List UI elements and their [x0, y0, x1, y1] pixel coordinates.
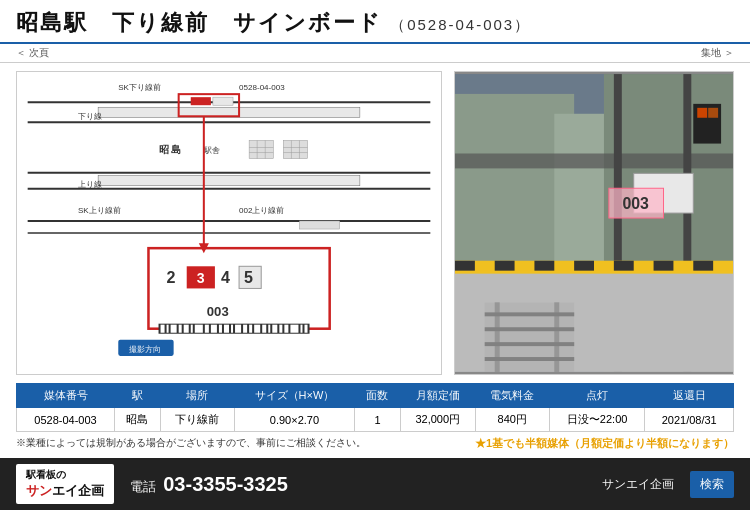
- breadcrumb: ＜ 次頁 集地 ＞: [0, 44, 750, 63]
- svg-rect-62: [300, 325, 302, 333]
- svg-rect-87: [708, 108, 718, 118]
- svg-rect-53: [243, 325, 247, 333]
- footer: 駅看板の サンエイ企画 電話 03-3355-3325 サンエイ企画 検索: [0, 458, 750, 510]
- svg-text:SK上り線前: SK上り線前: [78, 206, 121, 215]
- svg-rect-57: [268, 325, 270, 333]
- svg-rect-43: [179, 325, 182, 333]
- col-header-station: 駅: [115, 384, 161, 408]
- promo-text: ★1基でも半額媒体（月額定価より半額になります）: [475, 436, 734, 451]
- cell-id: 0528-04-003: [17, 408, 115, 432]
- svg-text:2: 2: [167, 268, 176, 286]
- svg-rect-63: [305, 325, 308, 333]
- svg-rect-95: [614, 261, 634, 271]
- photo-svg: 003: [455, 72, 733, 374]
- svg-rect-91: [455, 261, 475, 271]
- svg-rect-49: [219, 325, 222, 333]
- phone-info: 電話 03-3355-3325: [130, 473, 586, 496]
- svg-rect-61: [290, 325, 298, 333]
- svg-text:撮影方向: 撮影方向: [129, 345, 161, 354]
- col-header-return: 返還日: [645, 384, 734, 408]
- svg-rect-56: [262, 325, 266, 333]
- svg-rect-47: [205, 325, 209, 333]
- svg-rect-92: [495, 261, 515, 271]
- svg-rect-48: [211, 325, 217, 333]
- svg-rect-50: [224, 325, 229, 333]
- company-logo: 駅看板の サンエイ企画: [16, 464, 114, 504]
- svg-rect-55: [254, 325, 260, 333]
- svg-rect-8: [191, 97, 211, 105]
- search-button[interactable]: 検索: [690, 471, 734, 498]
- info-table: 媒体番号 駅 場所 サイズ（H×W） 面数 月額定価 電気料金 点灯 返還日 0…: [16, 383, 734, 432]
- col-header-id: 媒体番号: [17, 384, 115, 408]
- svg-text:駅舎: 駅舎: [203, 146, 220, 155]
- location-photo: 003: [454, 71, 734, 375]
- svg-rect-46: [195, 325, 203, 333]
- svg-rect-93: [534, 261, 554, 271]
- info-table-section: 媒体番号 駅 場所 サイズ（H×W） 面数 月額定価 電気料金 点灯 返還日 0…: [0, 383, 750, 454]
- header: 昭島駅 下り線前 サインボード （0528-04-003）: [0, 0, 750, 44]
- svg-text:0528-04-003: 0528-04-003: [239, 83, 285, 92]
- svg-rect-42: [171, 325, 177, 333]
- svg-rect-59: [279, 325, 282, 333]
- diagram-svg: SK下り線前 0528-04-003 下り線 昭 島 駅舎: [17, 72, 441, 374]
- cell-electricity: 840円: [475, 408, 549, 432]
- svg-text:002上り線前: 002上り線前: [239, 206, 284, 215]
- svg-text:3: 3: [197, 270, 205, 286]
- table-row: 0528-04-003 昭島 下り線前 0.90×2.70 1 32,000円 …: [17, 408, 734, 432]
- svg-rect-51: [231, 325, 233, 333]
- cell-price: 32,000円: [400, 408, 475, 432]
- svg-text:昭 島: 昭 島: [159, 144, 182, 155]
- svg-rect-45: [191, 325, 193, 333]
- svg-rect-17: [283, 140, 307, 158]
- cell-return: 2021/08/31: [645, 408, 734, 432]
- svg-text:003: 003: [622, 195, 649, 212]
- footer-brand: サンエイ企画: [602, 476, 674, 493]
- svg-rect-12: [249, 140, 273, 158]
- svg-text:5: 5: [244, 268, 253, 286]
- svg-rect-83: [485, 302, 574, 371]
- svg-rect-52: [235, 325, 241, 333]
- col-header-electricity: 電気料金: [475, 384, 549, 408]
- table-header-row: 媒体番号 駅 場所 サイズ（H×W） 面数 月額定価 電気料金 点灯 返還日: [17, 384, 734, 408]
- svg-rect-97: [693, 261, 713, 271]
- svg-text:003: 003: [207, 304, 229, 319]
- cell-size: 0.90×2.70: [234, 408, 355, 432]
- svg-text:上り線: 上り線: [78, 180, 102, 189]
- svg-text:下り線: 下り線: [78, 112, 102, 121]
- cell-station: 昭島: [115, 408, 161, 432]
- col-header-price: 月額定価: [400, 384, 475, 408]
- cell-location: 下り線前: [160, 408, 234, 432]
- main-content: SK下り線前 0528-04-003 下り線 昭 島 駅舎: [0, 63, 750, 383]
- svg-text:SK下り線前: SK下り線前: [118, 83, 161, 92]
- col-header-size: サイズ（H×W）: [234, 384, 355, 408]
- svg-rect-54: [249, 325, 252, 333]
- disclaimer-text: ※業種によっては規制がある場合がございますので、事前にご相談ください。: [16, 434, 366, 452]
- cell-lighting: 日没〜22:00: [549, 408, 645, 432]
- page-title: 昭島駅 下り線前 サインボード （0528-04-003）: [16, 10, 531, 35]
- svg-rect-94: [574, 261, 594, 271]
- svg-rect-96: [654, 261, 674, 271]
- svg-rect-44: [184, 325, 189, 333]
- svg-rect-9: [213, 97, 233, 105]
- col-header-faces: 面数: [355, 384, 401, 408]
- svg-rect-40: [161, 325, 165, 333]
- svg-rect-60: [284, 325, 288, 333]
- col-header-lighting: 点灯: [549, 384, 645, 408]
- platform-diagram: SK下り線前 0528-04-003 下り線 昭 島 駅舎: [16, 71, 442, 375]
- svg-rect-30: [299, 221, 339, 229]
- svg-rect-86: [697, 108, 707, 118]
- cell-faces: 1: [355, 408, 401, 432]
- svg-rect-58: [272, 325, 277, 333]
- col-header-location: 場所: [160, 384, 234, 408]
- svg-text:4: 4: [221, 268, 230, 286]
- svg-rect-24: [98, 176, 360, 186]
- svg-rect-41: [167, 325, 169, 333]
